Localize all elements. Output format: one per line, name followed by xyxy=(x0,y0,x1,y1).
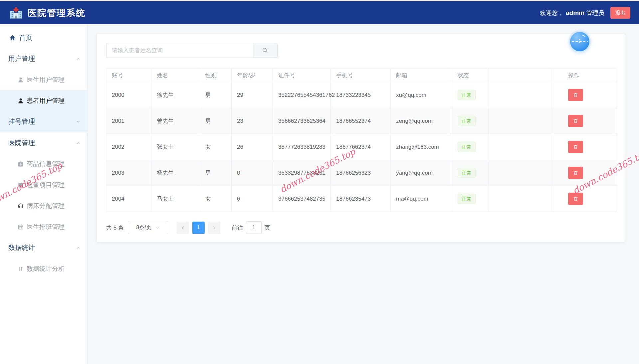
sidebar-item-patient-user-management[interactable]: 患者用户管理 xyxy=(0,90,87,111)
cell-gender: 男 xyxy=(200,82,232,108)
table-row: 2003 杨先生 男 0 353329877638231 18766256323… xyxy=(106,160,616,186)
delete-button[interactable] xyxy=(568,89,583,101)
trash-icon xyxy=(573,196,578,202)
brand: 医院管理系统 xyxy=(9,6,86,20)
sidebar-item-exam-item-management[interactable]: 检查项目管理 xyxy=(0,174,87,195)
doctor-user-icon xyxy=(17,77,24,83)
patient-user-icon xyxy=(17,97,24,104)
sidebar-group-registration-management[interactable]: 挂号管理 xyxy=(0,111,87,132)
sidebar-group-user-management[interactable]: 用户管理 xyxy=(0,48,87,69)
sidebar-item-label: 数据统计分析 xyxy=(27,265,65,273)
cell-empty xyxy=(489,134,552,160)
chevron-down-icon xyxy=(155,226,160,230)
status-badge: 正常 xyxy=(458,194,476,204)
cell-phone: 18766552374 xyxy=(331,108,391,134)
column-header-phone: 手机号 xyxy=(331,69,391,82)
cell-phone: 18677662374 xyxy=(331,134,391,160)
cell-account: 2003 xyxy=(106,160,151,186)
search-button[interactable] xyxy=(253,43,278,58)
delete-button[interactable] xyxy=(568,115,583,127)
column-header-age: 年龄/岁 xyxy=(232,69,273,82)
document-list-icon xyxy=(17,182,24,188)
status-badge: 正常 xyxy=(458,142,476,152)
search-bar xyxy=(106,43,278,58)
goto-page-input[interactable] xyxy=(246,221,262,234)
cell-status: 正常 xyxy=(452,160,489,186)
trash-icon xyxy=(573,170,578,176)
sidebar-active-zone: 患者用户管理 挂号管理 xyxy=(0,90,87,132)
cell-phone: 18766235473 xyxy=(331,186,391,212)
sidebar-group-hospital-management[interactable]: 医院管理 xyxy=(0,132,87,153)
sidebar-item-label: 挂号管理 xyxy=(8,117,35,126)
calendar-icon xyxy=(17,224,24,230)
column-header-gender: 性别 xyxy=(200,69,232,82)
goto-page: 前往 页 xyxy=(232,221,270,234)
column-header-action: 操作 xyxy=(552,69,616,82)
logout-button[interactable]: 退出 xyxy=(610,7,630,19)
sidebar-item-data-statistics-analysis[interactable]: 数据统计分析 xyxy=(0,258,87,279)
cell-status: 正常 xyxy=(452,186,489,212)
search-input[interactable] xyxy=(106,43,253,58)
sidebar-group-data-statistics[interactable]: 数据统计 xyxy=(0,237,87,258)
cell-age: 26 xyxy=(232,134,273,160)
sidebar-item-medicine-info-management[interactable]: 药品信息管理 xyxy=(0,153,87,174)
cell-id-card: 352227655454361762 xyxy=(273,82,331,108)
hospital-logo-icon xyxy=(9,6,23,20)
bed-allocation-icon xyxy=(17,203,24,209)
cell-email: ma@qq.com xyxy=(391,186,452,212)
cell-action xyxy=(552,108,616,134)
sidebar-item-doctor-user-management[interactable]: 医生用户管理 xyxy=(0,69,87,90)
sidebar-item-label: 数据统计 xyxy=(8,243,35,252)
navbar-right: 欢迎您， admin 管理员 退出 xyxy=(540,7,630,19)
cell-name: 杨先生 xyxy=(151,160,200,186)
cell-status: 正常 xyxy=(452,82,489,108)
cell-empty xyxy=(489,108,552,134)
sidebar-item-label: 病床分配管理 xyxy=(27,202,65,210)
pagination: 共 5 条 8条/页 1 前往 页 xyxy=(106,221,615,234)
sidebar-item-label: 医院管理 xyxy=(8,138,35,147)
cell-status: 正常 xyxy=(452,108,489,134)
cell-account: 2000 xyxy=(106,82,151,108)
delete-button[interactable] xyxy=(568,141,583,153)
page-size-select[interactable]: 8条/页 xyxy=(128,221,168,234)
sidebar-item-bed-allocation-management[interactable]: 病床分配管理 xyxy=(0,195,87,216)
cell-action xyxy=(552,134,616,160)
next-page-button[interactable] xyxy=(208,222,220,234)
delete-button[interactable] xyxy=(568,167,583,179)
username: admin xyxy=(566,9,584,17)
column-header-status: 状态 xyxy=(452,69,489,82)
chevron-up-icon xyxy=(76,246,81,250)
cell-empty xyxy=(489,160,552,186)
sidebar-item-home[interactable]: 首页 xyxy=(0,27,87,48)
patients-table: 账号 姓名 性别 年龄/岁 证件号 手机号 邮箱 状态 操作 2000 徐先生 … xyxy=(106,69,616,212)
first-aid-kit-icon xyxy=(17,161,24,167)
cell-name: 徐先生 xyxy=(151,82,200,108)
sidebar-item-label: 检查项目管理 xyxy=(27,181,65,189)
current-page-button[interactable]: 1 xyxy=(192,222,205,234)
prev-page-button[interactable] xyxy=(177,222,189,234)
sidebar-item-label: 首页 xyxy=(19,33,32,42)
cell-age: 0 xyxy=(232,160,273,186)
cell-empty xyxy=(489,186,552,212)
cell-email: xu@qq.com xyxy=(391,82,452,108)
column-header-name: 姓名 xyxy=(151,69,200,82)
cell-action xyxy=(552,160,616,186)
goto-prefix: 前往 xyxy=(232,224,243,232)
status-badge: 正常 xyxy=(458,168,476,178)
column-header-account: 账号 xyxy=(106,69,151,82)
cell-email: yang@qq.com xyxy=(391,160,452,186)
search-icon xyxy=(262,47,269,54)
cell-age: 29 xyxy=(232,82,273,108)
cell-gender: 男 xyxy=(200,160,232,186)
cell-gender: 女 xyxy=(200,134,232,160)
cell-age: 23 xyxy=(232,108,273,134)
trash-icon xyxy=(573,144,578,150)
table-row: 2002 张女士 女 26 387772633819283 1867766237… xyxy=(106,134,616,160)
status-badge: 正常 xyxy=(458,90,476,100)
table-row: 2004 马女士 女 6 376662537482735 18766235473… xyxy=(106,186,616,212)
delete-button[interactable] xyxy=(568,193,583,205)
sidebar-item-doctor-schedule-management[interactable]: 医生排班管理 xyxy=(0,216,87,237)
column-header-id-card: 证件号 xyxy=(273,69,331,82)
cell-email: zeng@qq.com xyxy=(391,108,452,134)
floating-add-button[interactable] xyxy=(569,31,591,53)
